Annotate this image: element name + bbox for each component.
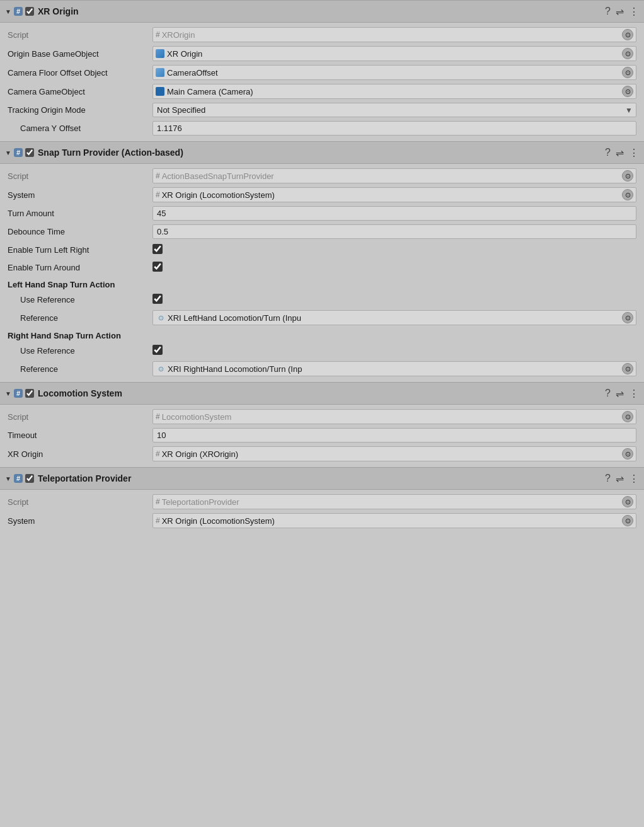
turn-amount-input[interactable] bbox=[152, 206, 636, 221]
snap-turn-help-icon[interactable]: ? bbox=[605, 147, 611, 158]
locomotion-timeout-value bbox=[152, 428, 636, 442]
teleportation-system-circle-btn[interactable]: ⊙ bbox=[622, 515, 633, 526]
teleportation-provider-body: Script # TeleportationProvider ⊙ System … bbox=[0, 490, 644, 533]
locomotion-script-circle-btn[interactable]: ⊙ bbox=[622, 411, 633, 422]
locomotion-system-menu-icon[interactable]: ⋮ bbox=[629, 388, 639, 400]
controller-icon-left: ⊙ bbox=[156, 313, 166, 323]
camera-gameobject-field[interactable]: Main Camera (Camera) ⊙ bbox=[152, 84, 636, 99]
enable-turn-around-checkbox[interactable] bbox=[152, 262, 163, 272]
enable-turn-left-right-value bbox=[152, 244, 636, 256]
camera-floor-offset-circle-btn[interactable]: ⊙ bbox=[622, 67, 633, 78]
snap-turn-system-label: System bbox=[8, 190, 152, 200]
xr-origin-enabled-checkbox[interactable] bbox=[25, 7, 34, 16]
xr-origin-script-field: # XROrigin ⊙ bbox=[152, 27, 636, 42]
right-hand-use-reference-checkbox[interactable] bbox=[152, 345, 163, 355]
locomotion-timeout-row: Timeout bbox=[0, 426, 644, 444]
camera-floor-offset-field[interactable]: CameraOffset ⊙ bbox=[152, 65, 636, 80]
left-hand-use-reference-value bbox=[152, 294, 636, 306]
turn-amount-label: Turn Amount bbox=[8, 209, 152, 218]
debounce-time-input[interactable] bbox=[152, 224, 636, 239]
xr-origin-base-object-field[interactable]: XR Origin ⊙ bbox=[152, 46, 636, 61]
snap-turn-menu-icon[interactable]: ⋮ bbox=[629, 147, 639, 159]
locomotion-xrorigin-field[interactable]: # XR Origin (XROrigin) ⊙ bbox=[152, 446, 636, 461]
snap-turn-chevron[interactable]: ▼ bbox=[5, 149, 11, 156]
snap-turn-system-field[interactable]: # XR Origin (LocomotionSystem) ⊙ bbox=[152, 187, 636, 202]
teleportation-provider-title: Teleportation Provider bbox=[38, 473, 605, 483]
teleportation-provider-sliders-icon[interactable]: ⇌ bbox=[616, 473, 624, 485]
right-hand-reference-text: XRI RightHand Locomotion/Turn (Inp bbox=[168, 364, 619, 374]
locomotion-xrorigin-text: XR Origin (XROrigin) bbox=[162, 449, 619, 459]
left-hand-reference-text: XRI LeftHand Locomotion/Turn (Inpu bbox=[168, 313, 619, 323]
cube-icon bbox=[156, 49, 164, 58]
locomotion-system-help-icon[interactable]: ? bbox=[605, 388, 611, 399]
camera-y-offset-row: Camera Y Offset bbox=[0, 119, 644, 137]
snap-turn-system-text: XR Origin (LocomotionSystem) bbox=[162, 190, 619, 200]
right-hand-reference-circle-btn[interactable]: ⊙ bbox=[622, 363, 633, 374]
xr-origin-base-circle-btn[interactable]: ⊙ bbox=[622, 48, 633, 59]
locomotion-script-value: # LocomotionSystem ⊙ bbox=[152, 409, 636, 424]
teleportation-system-text: XR Origin (LocomotionSystem) bbox=[162, 516, 619, 526]
camera-gameobject-value: Main Camera (Camera) ⊙ bbox=[152, 84, 636, 99]
locomotion-system-body: Script # LocomotionSystem ⊙ Timeout XR O… bbox=[0, 405, 644, 466]
debounce-time-label: Debounce Time bbox=[8, 227, 152, 236]
xr-origin-chevron[interactable]: ▼ bbox=[5, 8, 11, 15]
locomotion-xrorigin-circle-btn[interactable]: ⊙ bbox=[622, 448, 633, 460]
locomotion-timeout-input[interactable] bbox=[152, 428, 636, 442]
enable-turn-left-right-checkbox[interactable] bbox=[152, 244, 163, 254]
right-hand-use-reference-row: Use Reference bbox=[0, 342, 644, 359]
teleportation-script-circle-btn[interactable]: ⊙ bbox=[622, 496, 633, 507]
snap-turn-enabled-checkbox[interactable] bbox=[25, 148, 34, 157]
teleportation-provider-component: ▼ # Teleportation Provider ? ⇌ ⋮ Script … bbox=[0, 467, 644, 533]
tracking-origin-mode-row: Tracking Origin Mode Not Specified ▼ bbox=[0, 101, 644, 119]
locomotion-system-chevron[interactable]: ▼ bbox=[5, 390, 11, 397]
teleportation-script-label: Script bbox=[8, 497, 152, 507]
xr-origin-header: ▼ # XR Origin ? ⇌ ⋮ bbox=[0, 0, 644, 23]
camera-y-offset-input[interactable] bbox=[152, 121, 636, 136]
left-hand-reference-field[interactable]: ⊙ XRI LeftHand Locomotion/Turn (Inpu ⊙ bbox=[152, 310, 636, 325]
snap-turn-system-circle-btn[interactable]: ⊙ bbox=[622, 189, 633, 200]
locomotion-system-header: ▼ # Locomotion System ? ⇌ ⋮ bbox=[0, 382, 644, 405]
camera-gameobject-row: Camera GameObject Main Camera (Camera) ⊙ bbox=[0, 82, 644, 101]
xr-origin-script-label: Script bbox=[8, 30, 152, 40]
right-hand-reference-field[interactable]: ⊙ XRI RightHand Locomotion/Turn (Inp ⊙ bbox=[152, 361, 636, 376]
camera-gameobject-circle-btn[interactable]: ⊙ bbox=[622, 86, 633, 97]
left-hand-reference-circle-btn[interactable]: ⊙ bbox=[622, 312, 633, 323]
locomotion-xrorigin-hash-icon: # bbox=[156, 449, 160, 458]
tracking-origin-mode-label: Tracking Origin Mode bbox=[8, 105, 152, 115]
teleportation-provider-menu-icon[interactable]: ⋮ bbox=[629, 473, 639, 485]
teleportation-provider-chevron[interactable]: ▼ bbox=[5, 475, 11, 482]
snap-turn-provider-body: Script # ActionBasedSnapTurnProvider ⊙ S… bbox=[0, 164, 644, 381]
xr-origin-title: XR Origin bbox=[38, 6, 605, 16]
locomotion-xrorigin-row: XR Origin # XR Origin (XROrigin) ⊙ bbox=[0, 444, 644, 463]
locomotion-system-header-icons: ? ⇌ ⋮ bbox=[605, 388, 639, 400]
enable-turn-left-right-row: Enable Turn Left Right bbox=[0, 241, 644, 258]
xr-origin-menu-icon[interactable]: ⋮ bbox=[629, 6, 639, 18]
xr-origin-sliders-icon[interactable]: ⇌ bbox=[616, 6, 624, 18]
teleportation-provider-enabled-checkbox[interactable] bbox=[25, 474, 34, 483]
snap-turn-script-circle-btn[interactable]: ⊙ bbox=[622, 170, 633, 182]
teleportation-system-field[interactable]: # XR Origin (LocomotionSystem) ⊙ bbox=[152, 513, 636, 528]
xr-origin-help-icon[interactable]: ? bbox=[605, 6, 611, 17]
left-hand-reference-value: ⊙ XRI LeftHand Locomotion/Turn (Inpu ⊙ bbox=[152, 310, 636, 325]
teleportation-system-row: System # XR Origin (LocomotionSystem) ⊙ bbox=[0, 511, 644, 530]
turn-amount-value bbox=[152, 206, 636, 221]
enable-turn-around-row: Enable Turn Around bbox=[0, 258, 644, 276]
snap-turn-system-hash-icon: # bbox=[156, 190, 160, 199]
teleportation-script-text: TeleportationProvider bbox=[162, 497, 619, 507]
tracking-origin-mode-select[interactable]: Not Specified bbox=[152, 103, 636, 117]
locomotion-system-enabled-checkbox[interactable] bbox=[25, 389, 34, 398]
enable-turn-around-label: Enable Turn Around bbox=[8, 263, 152, 272]
xr-origin-script-value: # XROrigin ⊙ bbox=[152, 27, 636, 42]
teleportation-system-label: System bbox=[8, 516, 152, 526]
left-hand-use-reference-checkbox[interactable] bbox=[152, 294, 163, 304]
locomotion-system-sliders-icon[interactable]: ⇌ bbox=[616, 388, 624, 400]
snap-turn-provider-header: ▼ # Snap Turn Provider (Action-based) ? … bbox=[0, 141, 644, 164]
xr-origin-script-circle-btn[interactable]: ⊙ bbox=[622, 29, 633, 40]
teleportation-provider-help-icon[interactable]: ? bbox=[605, 473, 611, 484]
snap-turn-system-row: System # XR Origin (LocomotionSystem) ⊙ bbox=[0, 185, 644, 204]
teleportation-script-row: Script # TeleportationProvider ⊙ bbox=[0, 492, 644, 511]
teleportation-script-field: # TeleportationProvider ⊙ bbox=[152, 494, 636, 509]
cube-small-icon bbox=[156, 68, 164, 77]
locomotion-script-hash-icon: # bbox=[156, 412, 160, 421]
snap-turn-sliders-icon[interactable]: ⇌ bbox=[616, 147, 624, 159]
